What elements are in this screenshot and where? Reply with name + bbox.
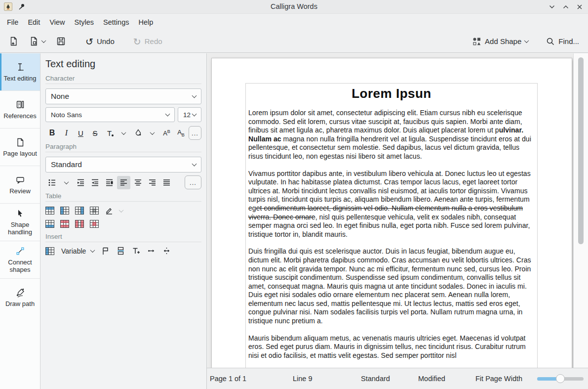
new-document-button[interactable]: [6, 34, 21, 48]
table-insert-row-above-button[interactable]: [45, 207, 54, 215]
paragraph-style-select[interactable]: Standard: [45, 157, 201, 173]
paragraph[interactable]: Vivamus porttitor dapibus ante, in vesti…: [248, 170, 535, 239]
align-center-button[interactable]: [131, 176, 145, 189]
subscript-button[interactable]: AB: [174, 127, 188, 140]
bookmark-button[interactable]: [101, 247, 110, 255]
vertical-scrollbar-thumb[interactable]: [578, 57, 584, 244]
character-style-select[interactable]: None: [45, 88, 201, 104]
add-shape-button[interactable]: Add Shape: [470, 35, 531, 48]
pen-path-icon: [15, 288, 25, 298]
insert-text-button[interactable]: [132, 247, 140, 255]
sidebar-item-label: Text editing: [4, 75, 37, 82]
document-heading[interactable]: Lorem Ipsun: [248, 86, 535, 101]
zoom-mode-status[interactable]: Fit Page Width: [475, 368, 522, 389]
menu-settings[interactable]: Settings: [103, 18, 129, 26]
table-insert-row-below-button[interactable]: [45, 220, 54, 228]
page-break-button[interactable]: [117, 247, 125, 255]
increase-indent-button[interactable]: [88, 176, 102, 189]
page-count-status[interactable]: Page 1 of 1: [210, 368, 246, 389]
character-more-options-button[interactable]: ...: [189, 126, 201, 140]
chevron-down-icon: [192, 112, 197, 117]
table-insert-column-left-button[interactable]: [60, 207, 69, 215]
table-merge-cells-button[interactable]: [90, 207, 99, 215]
redo-icon: ↻: [133, 38, 141, 45]
chevron-down-icon: [165, 112, 170, 117]
add-shape-chevron-icon: [524, 38, 529, 43]
menu-styles[interactable]: Styles: [75, 18, 94, 26]
zoom-slider[interactable]: [537, 375, 584, 383]
list-style-button[interactable]: [45, 176, 59, 189]
minimize-button[interactable]: [549, 3, 555, 10]
strikethrough-button[interactable]: S: [88, 127, 102, 140]
align-right-button[interactable]: [146, 176, 159, 189]
open-dropdown-chevron-icon[interactable]: [41, 38, 46, 43]
window-title: Calligra Words: [0, 0, 588, 14]
paragraph-more-options-button[interactable]: ...: [185, 175, 201, 189]
table-delete-row-button[interactable]: [60, 220, 69, 228]
document-canvas[interactable]: Lorem Ipsun Lorem ipsum dolor sit amet, …: [207, 53, 588, 368]
sidebar-item-connect-shapes[interactable]: Connect shapes: [0, 241, 40, 279]
menu-file[interactable]: File: [7, 18, 18, 26]
document-page[interactable]: Lorem Ipsun Lorem ipsum dolor sit amet, …: [211, 58, 572, 368]
align-justify-button[interactable]: [160, 176, 173, 189]
panel-title: Text editing: [45, 58, 201, 70]
decrease-indent-button[interactable]: [74, 176, 87, 189]
align-left-button[interactable]: [117, 176, 130, 189]
menubar: File Edit View Styles Settings Help: [0, 14, 588, 30]
underline-button[interactable]: U: [74, 127, 87, 140]
vertical-scrollbar[interactable]: [573, 53, 588, 368]
menu-view[interactable]: View: [49, 18, 65, 26]
table-delete-table-button[interactable]: [90, 220, 99, 228]
italic-button[interactable]: I: [60, 127, 73, 140]
undo-button[interactable]: ↺ Undo: [82, 35, 118, 48]
change-indent-button[interactable]: [103, 176, 116, 189]
close-button[interactable]: [576, 3, 583, 10]
table-insert-column-right-button[interactable]: [75, 207, 84, 215]
paragraph[interactable]: Lorem ipsum dolor sit amet, consectetur …: [248, 109, 535, 161]
section-divider: [45, 242, 201, 242]
text-color-chevron-icon[interactable]: [117, 127, 130, 140]
soft-hyphen-button[interactable]: [147, 247, 156, 255]
tool-options-panel: Text editing Character None Noto Sans 12…: [41, 53, 207, 389]
connector-line-icon: [15, 246, 25, 256]
highlight-color-button[interactable]: [131, 127, 145, 140]
superscript-button[interactable]: AB: [160, 127, 173, 140]
highlight-color-chevron-icon[interactable]: [146, 127, 159, 140]
sidebar-item-shape-handling[interactable]: Shape handling: [0, 204, 40, 241]
sidebar-item-draw-path[interactable]: Draw path: [0, 279, 40, 316]
text-color-button[interactable]: T: [103, 127, 116, 140]
list-style-chevron-icon[interactable]: [60, 176, 73, 189]
text-frame[interactable]: Lorem Ipsun Lorem ipsum dolor sit amet, …: [245, 83, 538, 368]
font-size-select[interactable]: 12: [178, 107, 201, 122]
open-document-icon: [29, 37, 39, 46]
open-document-button[interactable]: [26, 34, 48, 48]
sidebar-item-text-editing[interactable]: Text editing: [0, 53, 40, 91]
redo-button[interactable]: ↻ Redo: [130, 35, 165, 48]
table-delete-column-button[interactable]: [75, 220, 84, 228]
find-button[interactable]: Find...: [543, 35, 582, 48]
sidebar-item-review[interactable]: Review: [0, 166, 40, 204]
line-number-status[interactable]: Line 9: [293, 368, 313, 389]
sidebar-item-references[interactable]: References: [0, 91, 40, 129]
variable-dropdown[interactable]: Variable: [61, 247, 94, 255]
sidebar-item-label: Connect shapes: [1, 259, 39, 273]
font-family-select[interactable]: Noto Sans: [45, 107, 175, 122]
insert-table-button[interactable]: [45, 247, 54, 255]
bold-button[interactable]: B: [45, 127, 59, 140]
save-button[interactable]: [53, 34, 69, 48]
paragraph[interactable]: Mauris bibendum aliquam metus, ac venena…: [248, 334, 535, 360]
paragraph[interactable]: Duis fringilla dui quis est scelerisque …: [248, 247, 535, 325]
table-border-pen-chevron-icon: [119, 208, 124, 213]
maximize-button[interactable]: [562, 3, 569, 10]
table-border-pen-button[interactable]: [105, 206, 114, 215]
sidebar-item-page-layout[interactable]: Page layout: [0, 129, 40, 166]
sidebar-item-label: Draw path: [5, 300, 35, 307]
menu-help[interactable]: Help: [138, 18, 153, 26]
sidebar-item-label: Page layout: [3, 150, 37, 157]
paragraph-style-status[interactable]: Standard: [361, 368, 390, 389]
sidebar-item-label: Shape handling: [1, 221, 39, 236]
zoom-slider-handle[interactable]: [556, 374, 565, 383]
menu-edit[interactable]: Edit: [28, 18, 40, 26]
paragraph-section-label: Paragraph: [45, 143, 201, 150]
line-break-button[interactable]: [162, 247, 171, 255]
